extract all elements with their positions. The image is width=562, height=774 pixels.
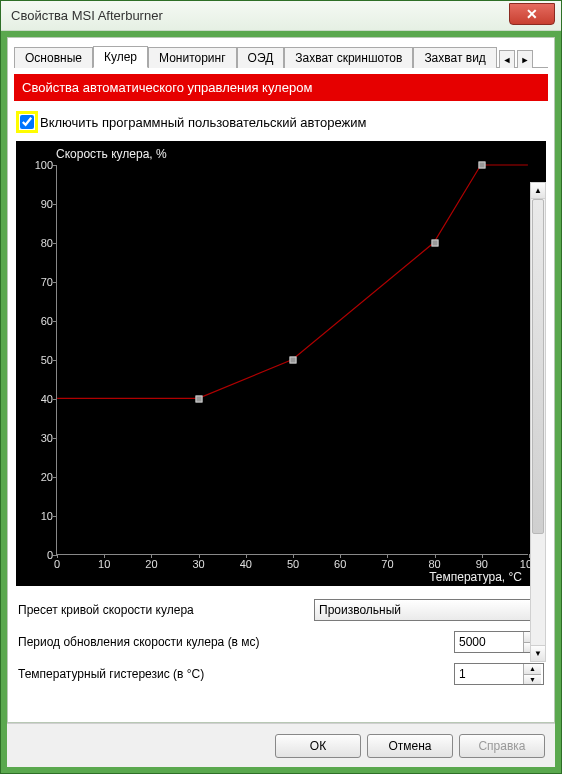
close-button[interactable]: ✕ — [509, 3, 555, 25]
y-tick: 0 — [23, 549, 57, 561]
properties-panel: Основные Кулер Мониторинг ОЭД Захват скр… — [7, 37, 555, 723]
scroll-track[interactable] — [531, 199, 545, 645]
hysteresis-input[interactable] — [455, 664, 523, 684]
window-title: Свойства MSI Afterburner — [1, 8, 163, 23]
chevron-right-icon: ► — [520, 55, 529, 65]
section-header: Свойства автоматического управления куле… — [14, 74, 548, 101]
tab-video[interactable]: Захват вид — [413, 47, 496, 68]
scroll-thumb[interactable] — [532, 199, 544, 534]
help-button[interactable]: Справка — [459, 734, 545, 758]
tab-scroll-left[interactable]: ◄ — [499, 50, 515, 68]
auto-mode-label[interactable]: Включить программный пользовательский ав… — [40, 115, 366, 130]
tab-general[interactable]: Основные — [14, 47, 93, 68]
properties-window: Свойства MSI Afterburner ✕ Основные Куле… — [0, 0, 562, 774]
hysteresis-spinner[interactable]: ▲ ▼ — [454, 663, 544, 685]
y-tick: 80 — [23, 237, 57, 249]
tab-cooler[interactable]: Кулер — [93, 46, 148, 68]
y-tick: 70 — [23, 276, 57, 288]
preset-row: Пресет кривой скорости кулера Произвольн… — [14, 594, 548, 626]
hysteresis-label: Температурный гистерезис (в °C) — [18, 667, 454, 681]
preset-value: Произвольный — [319, 603, 401, 617]
scroll-up-button[interactable]: ▲ — [531, 183, 545, 199]
curve-control-point[interactable] — [290, 357, 297, 364]
tab-content: Свойства автоматического управления куле… — [14, 72, 548, 720]
y-tick: 60 — [23, 315, 57, 327]
curve-control-point[interactable] — [431, 240, 438, 247]
spinner-down[interactable]: ▼ — [524, 675, 541, 685]
update-period-row: Период обновления скорости кулера (в мс)… — [14, 626, 548, 658]
y-tick: 20 — [23, 471, 57, 483]
hysteresis-row: Температурный гистерезис (в °C) ▲ ▼ — [14, 658, 548, 690]
scroll-down-button[interactable]: ▼ — [531, 645, 545, 661]
y-tick: 30 — [23, 432, 57, 444]
chart-y-title: Скорость кулера, % — [56, 147, 167, 161]
update-period-label: Период обновления скорости кулера (в мс) — [18, 635, 454, 649]
tab-monitoring[interactable]: Мониторинг — [148, 47, 237, 68]
y-tick: 100 — [23, 159, 57, 171]
ok-button[interactable]: ОК — [275, 734, 361, 758]
window-body: Основные Кулер Мониторинг ОЭД Захват скр… — [1, 31, 561, 773]
vertical-scrollbar[interactable]: ▲ ▼ — [530, 182, 546, 662]
auto-mode-row: Включить программный пользовательский ав… — [14, 107, 548, 141]
y-tick: 90 — [23, 198, 57, 210]
tab-bar: Основные Кулер Мониторинг ОЭД Захват скр… — [14, 44, 548, 68]
close-icon: ✕ — [526, 6, 538, 22]
auto-mode-checkbox[interactable] — [20, 115, 34, 129]
update-period-input[interactable] — [455, 632, 523, 652]
fan-curve-chart[interactable]: Скорость кулера, % 010203040506070809010… — [16, 141, 546, 586]
preset-label: Пресет кривой скорости кулера — [18, 603, 314, 617]
y-tick: 50 — [23, 354, 57, 366]
y-tick: 10 — [23, 510, 57, 522]
curve-control-point[interactable] — [478, 162, 485, 169]
cancel-button[interactable]: Отмена — [367, 734, 453, 758]
chart-plot-area[interactable]: 0102030405060708090100010203040506070809… — [56, 165, 528, 555]
spinner-up[interactable]: ▲ — [524, 664, 541, 675]
tab-screenshots[interactable]: Захват скриншотов — [284, 47, 413, 68]
dialog-button-bar: ОК Отмена Справка — [7, 723, 555, 767]
titlebar: Свойства MSI Afterburner ✕ — [1, 1, 561, 31]
curve-control-point[interactable] — [195, 396, 202, 403]
tab-osd[interactable]: ОЭД — [237, 47, 285, 68]
tab-scroll-right[interactable]: ► — [517, 50, 533, 68]
checkbox-highlight — [16, 111, 38, 133]
chevron-left-icon: ◄ — [502, 55, 511, 65]
preset-select[interactable]: Произвольный ▼ — [314, 599, 544, 621]
chart-x-title: Температура, °C — [429, 570, 522, 584]
y-tick: 40 — [23, 393, 57, 405]
